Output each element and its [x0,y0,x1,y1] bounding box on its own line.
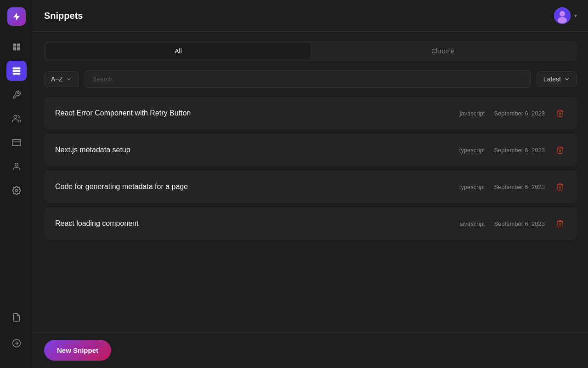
table-row[interactable]: React loading component javascript Septe… [44,207,577,240]
table-row[interactable]: React Error Component with Retry Button … [44,97,577,129]
snippet-date: September 6, 2023 [494,220,545,227]
sidebar-item-snippets[interactable] [6,61,27,81]
snippet-lang: javascript [460,110,485,117]
order-dropdown[interactable]: Latest [537,71,577,87]
search-input[interactable] [85,70,531,88]
snippet-title: React loading component [55,219,138,228]
sidebar-item-tools[interactable] [6,85,27,105]
sidebar-bottom [6,307,27,353]
snippet-meta: typescript September 6, 2023 [459,181,566,193]
svg-point-16 [558,17,567,23]
sort-label: A–Z [51,75,63,83]
order-label: Latest [543,75,561,83]
svg-rect-2 [13,47,16,51]
table-row[interactable]: Code for generating metadata for a page … [44,171,577,203]
delete-snippet-button[interactable] [554,181,566,193]
svg-rect-4 [12,68,20,69]
main-content: Snippets ▾ All Chrome A–Z [33,0,588,368]
sidebar-item-settings[interactable] [6,180,27,201]
svg-point-11 [15,190,17,192]
avatar [554,7,571,24]
sidebar [0,0,33,368]
svg-rect-5 [12,70,20,72]
delete-snippet-button[interactable] [554,107,566,119]
snippet-meta: typescript September 6, 2023 [459,144,566,156]
snippet-meta: javascript September 6, 2023 [460,107,566,119]
sidebar-item-user[interactable] [6,156,27,177]
snippet-lang: typescript [459,147,485,154]
snippet-title: Code for generating metadata for a page [55,183,188,191]
sidebar-nav [6,37,27,307]
sidebar-item-team[interactable] [6,109,27,129]
sidebar-item-new-file[interactable] [6,307,27,328]
new-snippet-button[interactable]: New Snippet [44,340,111,361]
filters-bar: A–Z Latest [44,70,577,88]
svg-rect-8 [12,139,20,145]
snippet-meta: javascript September 6, 2023 [460,218,566,230]
sidebar-item-grid[interactable] [6,37,27,57]
sidebar-item-navigate[interactable] [6,333,27,353]
sort-dropdown[interactable]: A–Z [44,71,79,87]
app-logo[interactable] [7,7,26,26]
svg-point-7 [14,115,17,119]
search-wrapper [85,70,531,88]
content-area: All Chrome A–Z Latest [33,32,588,332]
chevron-down-icon: ▾ [574,12,577,19]
svg-rect-1 [17,44,20,47]
svg-rect-6 [12,73,20,75]
svg-point-15 [560,11,565,17]
tab-chrome[interactable]: Chrome [311,43,575,59]
chevron-down-icon [66,76,72,82]
chevron-down-icon [564,76,570,82]
snippet-lang: typescript [459,184,485,190]
snippet-list: React Error Component with Retry Button … [44,97,577,243]
header: Snippets ▾ [33,0,588,32]
bottom-bar: New Snippet [33,332,588,368]
delete-snippet-button[interactable] [554,144,566,156]
snippet-date: September 6, 2023 [494,147,545,154]
tabs-bar: All Chrome [44,41,577,61]
tab-all[interactable]: All [46,43,311,59]
sidebar-item-cards[interactable] [6,132,27,153]
delete-snippet-button[interactable] [554,218,566,230]
user-avatar-button[interactable]: ▾ [554,7,577,24]
snippet-lang: javascript [460,220,485,227]
svg-point-10 [15,163,18,167]
page-title: Snippets [44,11,83,21]
svg-rect-0 [13,44,16,47]
snippet-title: React Error Component with Retry Button [55,109,191,117]
svg-rect-3 [17,47,20,51]
snippet-date: September 6, 2023 [494,184,545,190]
snippet-date: September 6, 2023 [494,110,545,117]
table-row[interactable]: Next.js metadata setup typescript Septem… [44,134,577,166]
snippet-title: Next.js metadata setup [55,146,130,154]
